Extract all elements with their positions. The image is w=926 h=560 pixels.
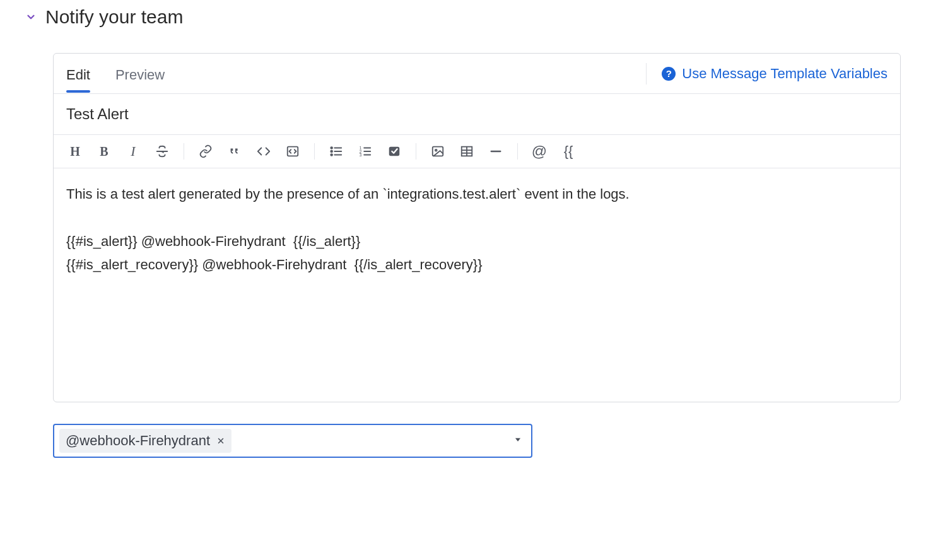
- svg-point-6: [331, 151, 332, 153]
- link-button[interactable]: [197, 143, 214, 160]
- tabs-divider: [646, 63, 647, 85]
- remove-chip-icon[interactable]: [216, 436, 225, 445]
- bold-button[interactable]: B: [95, 143, 113, 160]
- chevron-down-icon[interactable]: [25, 11, 37, 23]
- image-button[interactable]: [429, 143, 447, 160]
- template-variables-label: Use Message Template Variables: [682, 66, 888, 82]
- italic-button[interactable]: I: [124, 143, 142, 160]
- table-button[interactable]: [458, 143, 476, 160]
- notify-recipients-select[interactable]: @webhook-Firehydrant: [53, 424, 532, 458]
- template-braces-button[interactable]: {{: [560, 143, 577, 160]
- svg-point-7: [331, 154, 332, 156]
- svg-point-5: [331, 147, 332, 149]
- formatting-toolbar: H B I 123: [54, 135, 900, 168]
- horizontal-rule-button[interactable]: [487, 143, 505, 160]
- message-title-input[interactable]: [54, 94, 900, 135]
- message-body-input[interactable]: This is a test alert generated by the pr…: [54, 168, 900, 402]
- svg-marker-24: [515, 438, 520, 441]
- tabs-row: Edit Preview ? Use Message Template Vari…: [54, 54, 900, 94]
- recipient-chip: @webhook-Firehydrant: [59, 429, 232, 453]
- section-title: Notify your team: [45, 6, 183, 28]
- mention-button[interactable]: @: [530, 143, 548, 160]
- section-header: Notify your team: [25, 6, 901, 28]
- message-editor-card: Edit Preview ? Use Message Template Vari…: [53, 53, 901, 402]
- inline-code-button[interactable]: [255, 143, 273, 160]
- unordered-list-button[interactable]: [327, 143, 345, 160]
- strikethrough-button[interactable]: [153, 143, 171, 160]
- code-block-button[interactable]: [284, 143, 302, 160]
- task-list-button[interactable]: [385, 143, 403, 160]
- svg-text:3: 3: [360, 153, 362, 157]
- recipient-chip-label: @webhook-Firehydrant: [66, 433, 210, 449]
- tab-edit[interactable]: Edit: [66, 55, 90, 92]
- quote-button[interactable]: [226, 143, 243, 160]
- heading-button[interactable]: H: [66, 143, 84, 160]
- tab-preview[interactable]: Preview: [115, 55, 165, 92]
- help-icon: ?: [662, 67, 676, 81]
- dropdown-caret-icon[interactable]: [510, 435, 526, 446]
- template-variables-link[interactable]: ? Use Message Template Variables: [662, 66, 888, 82]
- svg-point-16: [435, 149, 437, 151]
- ordered-list-button[interactable]: 123: [356, 143, 374, 160]
